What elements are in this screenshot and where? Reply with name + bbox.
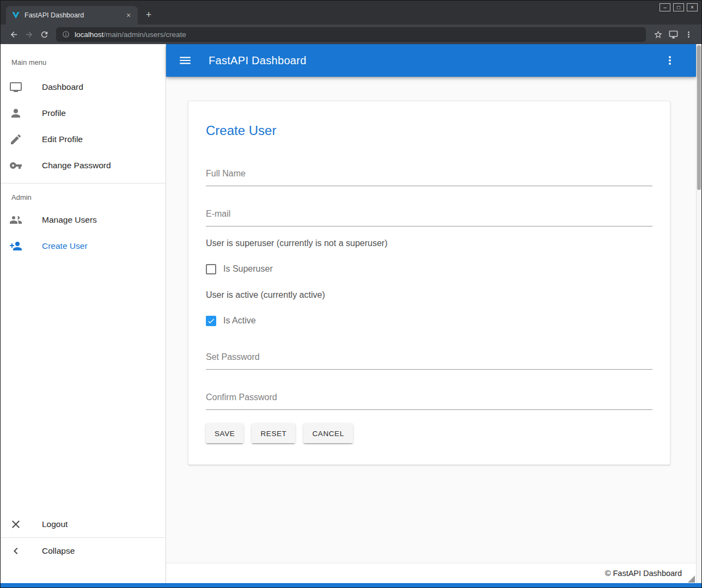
sidebar-item-label: Profile xyxy=(42,108,66,118)
content-area: Create User User is superuser (currently… xyxy=(166,77,696,564)
set-password-input[interactable] xyxy=(206,352,652,370)
hamburger-menu-icon[interactable] xyxy=(178,53,192,68)
is-active-label: Is Active xyxy=(223,316,256,326)
sidebar-item-collapse[interactable]: Collapse xyxy=(1,538,166,564)
form-actions: SAVE RESET CANCEL xyxy=(206,424,652,443)
sidebar-item-manage-users[interactable]: Manage Users xyxy=(1,207,166,233)
is-superuser-checkbox[interactable] xyxy=(206,264,216,274)
check-icon xyxy=(207,317,215,325)
key-icon xyxy=(9,159,22,172)
browser-toolbar: localhost/main/admin/users/create xyxy=(1,24,701,44)
sidebar-item-label: Edit Profile xyxy=(42,134,83,144)
close-button[interactable]: × xyxy=(687,3,698,11)
chevron-left-icon xyxy=(9,544,22,558)
person-add-icon xyxy=(9,240,22,253)
is-superuser-row[interactable]: Is Superuser xyxy=(206,262,652,275)
new-tab-button[interactable]: + xyxy=(141,7,156,22)
url-path: /main/admin/users/create xyxy=(103,30,186,39)
page-title: Create User xyxy=(206,123,652,138)
window-controls: – □ × xyxy=(657,3,698,11)
save-button[interactable]: SAVE xyxy=(206,424,243,443)
sidebar-item-label: Collapse xyxy=(42,546,75,556)
browser-tab[interactable]: FastAPI Dashboard × xyxy=(6,6,138,24)
sidebar-item-label: Change Password xyxy=(42,161,111,170)
sidebar-item-label: Create User xyxy=(42,241,88,251)
install-app-icon[interactable] xyxy=(666,27,681,42)
sidebar-item-edit-profile[interactable]: Edit Profile xyxy=(1,126,166,152)
sidebar-section-header: Admin xyxy=(1,183,166,207)
page-scrollbar[interactable] xyxy=(696,44,701,583)
email-field-wrap xyxy=(206,209,652,226)
site-info-icon[interactable] xyxy=(62,30,70,38)
reset-button[interactable]: RESET xyxy=(252,424,295,443)
tab-close-icon[interactable]: × xyxy=(124,10,133,20)
bookmark-star-icon[interactable] xyxy=(650,27,666,42)
cancel-button[interactable]: CANCEL xyxy=(303,424,352,443)
minimize-button[interactable]: – xyxy=(660,3,670,11)
email-input[interactable] xyxy=(206,209,652,226)
main-area: FastAPI Dashboard Create User User is su… xyxy=(166,44,696,583)
pencil-icon xyxy=(9,133,22,146)
sidebar-item-label: Dashboard xyxy=(42,82,83,92)
logout-x-icon xyxy=(9,518,22,531)
url-host: localhost xyxy=(75,30,103,39)
app-bar: FastAPI Dashboard xyxy=(166,44,696,77)
resize-grip-icon[interactable] xyxy=(688,575,695,583)
scrollbar-thumb[interactable] xyxy=(697,45,701,190)
browser-menu-icon[interactable] xyxy=(681,27,696,42)
vuetify-logo-icon xyxy=(11,11,20,20)
sidebar-item-dashboard[interactable]: Dashboard xyxy=(1,74,166,100)
is-active-row[interactable]: Is Active xyxy=(206,314,652,327)
footer-accent-strip xyxy=(1,583,701,587)
appbar-title: FastAPI Dashboard xyxy=(209,54,307,67)
set-password-field-wrap xyxy=(206,352,652,370)
people-icon xyxy=(9,213,22,226)
confirm-password-field-wrap xyxy=(206,393,652,410)
maximize-button[interactable]: □ xyxy=(673,3,684,11)
sidebar: Main menu Dashboard Profile Edit Profile xyxy=(1,44,166,583)
full-name-field-wrap xyxy=(206,169,652,186)
sidebar-item-label: Logout xyxy=(42,519,68,529)
sidebar-bottom: Logout Collapse xyxy=(1,511,166,583)
reload-icon[interactable] xyxy=(36,27,52,42)
is-superuser-label: Is Superuser xyxy=(223,264,273,274)
page: Main menu Dashboard Profile Edit Profile xyxy=(1,44,701,583)
forward-icon[interactable] xyxy=(21,27,36,42)
confirm-password-input[interactable] xyxy=(206,393,652,410)
person-icon xyxy=(9,107,22,120)
sidebar-item-logout[interactable]: Logout xyxy=(1,511,166,537)
dashboard-icon xyxy=(9,81,22,94)
superuser-hint: User is superuser (currently is not a su… xyxy=(206,238,652,248)
appbar-menu-icon[interactable] xyxy=(663,54,676,67)
sidebar-item-create-user[interactable]: Create User xyxy=(1,233,166,259)
tab-title: FastAPI Dashboard xyxy=(25,11,119,19)
url-text: localhost/main/admin/users/create xyxy=(75,30,186,39)
tab-bar: FastAPI Dashboard × + – □ × xyxy=(1,1,701,24)
sidebar-item-change-password[interactable]: Change Password xyxy=(1,152,166,179)
full-name-input[interactable] xyxy=(206,169,652,186)
active-hint: User is active (currently active) xyxy=(206,290,652,300)
sidebar-section-header: Main menu xyxy=(1,44,166,74)
is-active-checkbox[interactable] xyxy=(206,316,216,326)
sidebar-item-label: Manage Users xyxy=(42,215,97,225)
back-icon[interactable] xyxy=(6,27,21,42)
copyright-text: © FastAPI Dashboard xyxy=(605,569,682,578)
create-user-card: Create User User is superuser (currently… xyxy=(188,101,670,465)
url-bar[interactable]: localhost/main/admin/users/create xyxy=(56,27,646,42)
browser-window: FastAPI Dashboard × + – □ × localhost/ma… xyxy=(0,0,702,588)
app-footer: © FastAPI Dashboard xyxy=(166,564,696,583)
sidebar-item-profile[interactable]: Profile xyxy=(1,100,166,126)
